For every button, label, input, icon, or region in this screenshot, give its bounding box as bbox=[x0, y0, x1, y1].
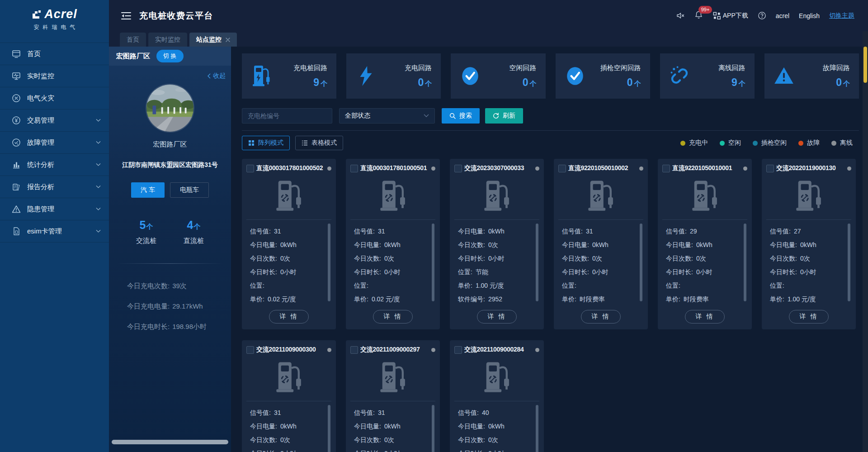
detail-button[interactable]: 详 情 bbox=[789, 310, 829, 324]
station-photo bbox=[146, 84, 194, 133]
unlink-icon bbox=[669, 65, 690, 87]
username[interactable]: acrel bbox=[776, 12, 789, 19]
menu-fold-icon[interactable] bbox=[121, 11, 132, 20]
card-scrollbar[interactable] bbox=[744, 224, 746, 301]
sidebar-item-hazard-mgmt[interactable]: 隐患管理 bbox=[0, 198, 109, 220]
charger-stat-row: 单价:0.02 元/度 bbox=[354, 292, 432, 306]
charger-stat-row: 信号值:29 bbox=[666, 224, 744, 238]
vehicle-tab-ebike[interactable]: 电瓶车 bbox=[170, 182, 209, 198]
close-icon[interactable] bbox=[226, 38, 230, 42]
charger-checkbox[interactable] bbox=[350, 165, 358, 172]
card-scrollbar[interactable] bbox=[328, 405, 330, 452]
sidebar-item-electrical-fire[interactable]: 电气火灾 bbox=[0, 87, 109, 109]
brand-name: Acrel bbox=[44, 7, 77, 21]
card-scrollbar[interactable] bbox=[432, 405, 434, 452]
charger-checkbox[interactable] bbox=[454, 346, 462, 354]
refresh-button[interactable]: 刷新 bbox=[485, 108, 523, 124]
charger-checkbox[interactable] bbox=[246, 346, 254, 354]
legend-dot bbox=[798, 141, 803, 146]
detail-button[interactable]: 详 情 bbox=[685, 310, 725, 324]
view-mode-array[interactable]: 阵列模式 bbox=[242, 136, 290, 150]
notifications-bell[interactable]: 99+ bbox=[694, 10, 703, 21]
charger-checkbox[interactable] bbox=[558, 165, 566, 172]
status-select[interactable]: 全部状态 bbox=[339, 108, 435, 124]
card-scrollbar[interactable] bbox=[328, 224, 330, 301]
charger-stat-row: 今日次数:0次 bbox=[770, 252, 848, 265]
vehicle-tab-car[interactable]: 汽 车 bbox=[131, 182, 165, 198]
language-switch[interactable]: English bbox=[799, 12, 820, 19]
sidebar-item-fault-mgmt[interactable]: 故障管理 bbox=[0, 132, 109, 154]
tab-realtime[interactable]: 实时监控 bbox=[148, 33, 187, 47]
report-icon bbox=[12, 182, 21, 191]
page-scrollbar[interactable] bbox=[863, 31, 868, 452]
page-scrollbar-thumb[interactable] bbox=[863, 47, 867, 83]
charger-card: 直流0003017801000502信号值:31今日电量:0kWh今日次数:0次… bbox=[242, 159, 336, 329]
sidebar-item-report-analysis[interactable]: 报告分析 bbox=[0, 176, 109, 198]
charging-pile-icon bbox=[251, 65, 272, 87]
charger-card: 交流20211009000284信号值:40今日电量:0kWh今日次数:0次今日… bbox=[450, 340, 544, 452]
help-icon[interactable] bbox=[758, 11, 766, 20]
page-title: 充电桩收费云平台 bbox=[139, 10, 213, 22]
card-scrollbar[interactable] bbox=[432, 224, 434, 301]
theme-switch-link[interactable]: 切换主题 bbox=[829, 12, 854, 20]
app-download-link[interactable]: APP下载 bbox=[712, 11, 748, 20]
card-scrollbar[interactable] bbox=[640, 224, 642, 301]
charger-grid: 直流0003017801000502信号值:31今日电量:0kWh今日次数:0次… bbox=[242, 159, 859, 452]
vehicle-type-tabs: 汽 车电瓶车 bbox=[109, 182, 231, 198]
charger-checkbox[interactable] bbox=[662, 165, 670, 172]
charger-name: 交流20211009000284 bbox=[464, 346, 524, 354]
charger-checkbox[interactable] bbox=[246, 165, 254, 172]
sidebar-item-stats-analysis[interactable]: 统计分析 bbox=[0, 154, 109, 176]
sidebar-item-label: esim卡管理 bbox=[27, 227, 62, 236]
mode-row: 阵列模式表格模式 充电中空闲插枪空闲故障离线 bbox=[242, 136, 859, 150]
chevron-left-icon bbox=[208, 73, 211, 79]
charger-stat-row: 今日次数:0次 bbox=[250, 252, 328, 265]
sidebar-item-home[interactable]: 首页 bbox=[0, 43, 109, 65]
horizontal-scrollbar[interactable] bbox=[112, 440, 228, 444]
dashboard-icon bbox=[12, 49, 21, 58]
charger-status-dot bbox=[535, 348, 539, 352]
summary-card: 充电桩回路9个 bbox=[242, 53, 336, 99]
card-scrollbar[interactable] bbox=[536, 405, 538, 452]
card-scrollbar[interactable] bbox=[848, 224, 850, 301]
search-icon bbox=[449, 113, 456, 119]
charger-name: 交流20230307000033 bbox=[464, 164, 524, 172]
mute-icon[interactable] bbox=[676, 11, 685, 20]
view-mode-table[interactable]: 表格模式 bbox=[295, 136, 343, 150]
switch-station-button[interactable]: 切 换 bbox=[156, 50, 184, 62]
check-circle-icon bbox=[565, 65, 585, 87]
charging-pile-icon bbox=[658, 172, 752, 219]
tab-home[interactable]: 首页 bbox=[120, 33, 146, 47]
detail-button[interactable]: 详 情 bbox=[477, 310, 517, 324]
charger-checkbox[interactable] bbox=[454, 165, 462, 172]
detail-button[interactable]: 详 情 bbox=[269, 310, 309, 324]
refresh-label: 刷新 bbox=[503, 112, 515, 120]
charger-stat-row: 今日次数:0次 bbox=[562, 252, 640, 265]
detail-button[interactable]: 详 情 bbox=[373, 310, 413, 324]
card-scrollbar[interactable] bbox=[536, 224, 538, 301]
charger-checkbox[interactable] bbox=[350, 346, 358, 354]
divider bbox=[242, 130, 859, 131]
list-icon bbox=[302, 140, 308, 146]
charger-stat-row: 今日次数:0次 bbox=[354, 433, 432, 447]
sidebar-item-realtime-monitor[interactable]: 实时监控 bbox=[0, 65, 109, 87]
main-column: 充电桩收费云平台 99+ APP下载 bbox=[109, 0, 868, 452]
legend-item: 离线 bbox=[831, 139, 853, 147]
summary-card-label: 故障回路 bbox=[823, 64, 850, 72]
gun-number-input[interactable] bbox=[242, 108, 332, 124]
charger-name: 直流92201050010001 bbox=[672, 164, 732, 172]
collapse-link[interactable]: 收起 bbox=[109, 66, 231, 80]
sidebar-item-transaction-mgmt[interactable]: 交易管理 bbox=[0, 109, 109, 132]
search-button[interactable]: 搜索 bbox=[442, 108, 480, 124]
sidebar-item-esim-mgmt[interactable]: esim卡管理 bbox=[0, 220, 109, 243]
tab-station-monitor[interactable]: 站点监控 bbox=[189, 33, 237, 47]
summary-card-label: 插枪空闲回路 bbox=[600, 64, 641, 72]
acrel-logo-icon bbox=[32, 10, 42, 19]
charger-stat-row: 今日电量:0kWh bbox=[770, 238, 848, 252]
detail-button[interactable]: 详 情 bbox=[581, 310, 621, 324]
charger-checkbox[interactable] bbox=[766, 165, 774, 172]
charger-name: 直流0003017801000501 bbox=[360, 164, 427, 172]
charger-status-dot bbox=[639, 167, 643, 171]
charger-stat-row: 今日时长:0小时 bbox=[458, 447, 536, 452]
charger-stat-row: 今日时长:0小时 bbox=[354, 265, 432, 279]
